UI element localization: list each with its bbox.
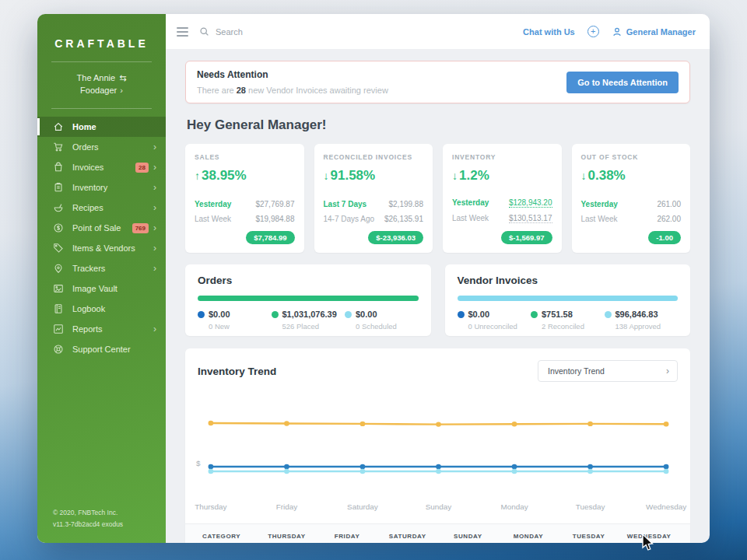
- point-of-sale-badge: 769: [132, 223, 149, 233]
- sidebar-item-image-vault[interactable]: Image Vault: [37, 278, 166, 299]
- out-of-stock-percent: ↓0.38%: [581, 168, 682, 184]
- blue-dot-icon: [198, 311, 205, 318]
- copyright: © 2020, FNBTech Inc.: [53, 507, 150, 519]
- arrow-up-icon: ↑: [195, 170, 200, 182]
- green-dot-icon: [272, 311, 279, 318]
- inventory-trend-dropdown[interactable]: Inventory Trend ›: [538, 360, 678, 382]
- trend-chart: ThursdayFridaySaturdaySundayMondayTuesda…: [185, 382, 690, 516]
- sidebar-item-recipes[interactable]: Recipes ›: [37, 198, 166, 218]
- craftable-logo: CRAFTABLE: [37, 37, 166, 50]
- cyan-dot-icon: [605, 311, 612, 318]
- cyan-dot-icon: [345, 311, 352, 318]
- sidebar-item-trackers[interactable]: Trackers ›: [37, 258, 166, 278]
- divider: [51, 108, 152, 109]
- dollar-circle-icon: [53, 222, 64, 233]
- sidebar-item-items-vendors[interactable]: Items & Vendors ›: [37, 238, 166, 258]
- sidebar-item-home[interactable]: Home: [37, 117, 166, 137]
- sidebar-item-support-center[interactable]: Support Center: [37, 339, 166, 359]
- card-label: OUT OF STOCK: [581, 153, 682, 161]
- delta-pill: $-1,569.97: [501, 231, 552, 244]
- delta-pill: $-23,936.03: [368, 231, 423, 244]
- arrow-down-icon: ↓: [324, 170, 329, 182]
- venue-name: The Annie: [77, 73, 116, 82]
- sidebar-item-invoices[interactable]: Invoices 28 ›: [37, 157, 166, 177]
- version: v11.3-7db2acd4 exodus: [53, 519, 150, 530]
- period-label: 14-7 Days Ago: [324, 215, 375, 223]
- period-value: $2,199.88: [389, 200, 424, 208]
- banner-title: Needs Attention: [197, 69, 388, 80]
- inventory-lastweek-link[interactable]: $130,513.17: [509, 214, 552, 223]
- column-header: THURSDAY: [257, 533, 317, 540]
- period-label: Last 7 Days: [324, 200, 367, 208]
- sidebar-item-logbook[interactable]: Logbook: [37, 299, 166, 319]
- lifebuoy-icon: [53, 344, 64, 355]
- svg-text:Monday: Monday: [500, 502, 528, 511]
- column-header: TUESDAY: [559, 533, 619, 540]
- cart-icon: [53, 142, 64, 152]
- reconciled-invoices-card: RECONCILED INVOICES ↓91.58% Last 7 Days$…: [314, 144, 433, 253]
- chevron-right-icon: ›: [153, 162, 156, 173]
- column-header: WEDNESDAY: [619, 533, 679, 540]
- legend-new: $0.00 0 New: [198, 310, 272, 331]
- column-header: SATURDAY: [377, 533, 438, 540]
- hamburger-menu-icon[interactable]: [177, 25, 188, 39]
- reconciled-percent: ↓91.58%: [324, 168, 424, 184]
- chevron-right-icon: ›: [153, 222, 156, 233]
- card-label: RECONCILED INVOICES: [324, 153, 424, 161]
- period-label: Yesterday: [452, 198, 489, 208]
- bowl-icon: [53, 202, 64, 213]
- venue-app: Foodager: [80, 86, 117, 95]
- person-icon: [612, 26, 622, 37]
- plus-circle-icon[interactable]: +: [587, 26, 599, 37]
- card-label: INVENTORY: [452, 153, 552, 161]
- sales-card: SALES ↑38.95% Yesterday$27,769.87 Last W…: [185, 144, 304, 253]
- green-dot-icon: [531, 311, 538, 318]
- main-area: Search Chat with Us + General Manager Ne…: [166, 14, 710, 543]
- period-label: Yesterday: [195, 200, 231, 208]
- svg-text:Thursday: Thursday: [195, 502, 226, 511]
- sidebar-item-reports[interactable]: Reports ›: [37, 319, 166, 339]
- chat-with-us-link[interactable]: Chat with Us: [523, 27, 575, 37]
- image-icon: [53, 283, 64, 294]
- chevron-right-icon: ›: [153, 202, 156, 213]
- svg-text:Friday: Friday: [276, 502, 298, 511]
- sidebar-footer: © 2020, FNBTech Inc. v11.3-7db2acd4 exod…: [37, 496, 166, 543]
- chevron-right-icon: ›: [120, 86, 123, 95]
- invoice-bag-icon: [53, 162, 64, 173]
- stat-cards-row: SALES ↑38.95% Yesterday$27,769.87 Last W…: [185, 144, 690, 253]
- invoices-badge: 28: [135, 163, 149, 173]
- out-of-stock-card: OUT OF STOCK ↓0.38% Yesterday261.00 Last…: [572, 144, 691, 253]
- user-menu[interactable]: General Manager: [612, 26, 696, 37]
- vendor-invoices-card: Vendor Invoices $0.00 0 Unreconciled $75…: [445, 264, 691, 336]
- swap-icon[interactable]: ⇆: [119, 73, 126, 82]
- legend-approved: $96,846.83 138 Approved: [605, 310, 679, 331]
- chevron-right-icon: ›: [153, 182, 156, 193]
- tag-icon: [53, 243, 64, 254]
- period-value: 261.00: [657, 200, 681, 208]
- search-input[interactable]: Search: [199, 26, 523, 37]
- inventory-yesterday-link[interactable]: $128,943.20: [509, 198, 552, 208]
- legend-reconciled: $751.58 2 Reconciled: [531, 310, 605, 331]
- orders-title: Orders: [198, 275, 419, 286]
- go-to-needs-attention-button[interactable]: Go to Needs Attention: [566, 72, 679, 93]
- delta-pill: -1.00: [648, 231, 681, 244]
- sidebar-item-point-of-sale[interactable]: Point of Sale 769 ›: [37, 218, 166, 238]
- orders-card: Orders $0.00 0 New $1,031,076.39 526 Pla…: [185, 264, 431, 336]
- sidebar: CRAFTABLE The Annie⇆ Foodager› Home Orde…: [37, 14, 166, 543]
- chevron-right-icon: ›: [153, 243, 156, 254]
- app-window: CRAFTABLE The Annie⇆ Foodager› Home Orde…: [37, 14, 710, 543]
- arrow-down-icon: ↓: [452, 170, 458, 182]
- trend-chart-svg: ThursdayFridaySaturdaySundayMondayTuesda…: [195, 399, 682, 516]
- needs-attention-banner: Needs Attention There are 28 new Vendor …: [185, 61, 690, 103]
- page-title: Hey General Manager!: [187, 117, 690, 133]
- sidebar-item-orders[interactable]: Orders ›: [37, 137, 166, 157]
- inventory-trend-title: Inventory Trend: [198, 366, 276, 377]
- map-pin-icon: [53, 263, 64, 274]
- sidebar-item-inventory[interactable]: Inventory ›: [37, 177, 166, 198]
- inventory-trend-card: Inventory Trend Inventory Trend › Thursd…: [185, 348, 690, 543]
- venue-switcher[interactable]: The Annie⇆ Foodager›: [37, 72, 166, 96]
- sidebar-nav: Home Orders › Invoices 28 › Inventory › …: [37, 117, 166, 359]
- card-label: SALES: [195, 153, 295, 161]
- blue-dot-icon: [458, 311, 465, 318]
- period-value: $26,135.91: [384, 215, 423, 223]
